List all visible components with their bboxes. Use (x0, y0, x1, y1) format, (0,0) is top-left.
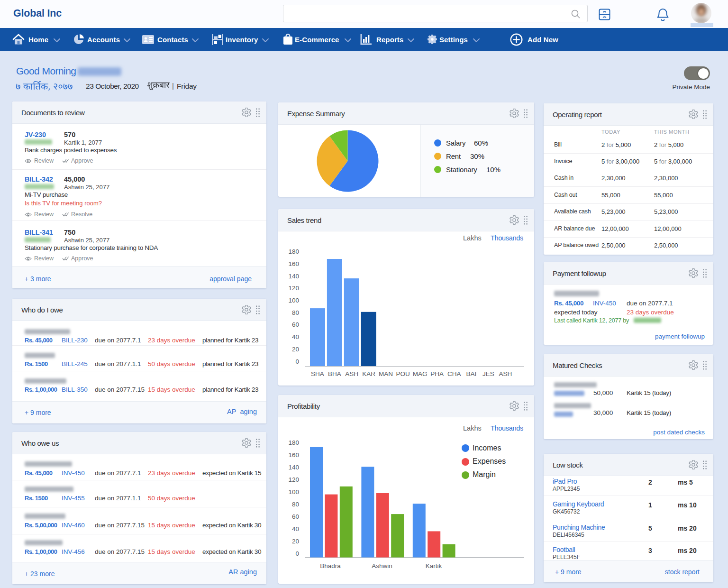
svg-text:160: 160 (288, 451, 299, 459)
svg-text:20: 20 (292, 538, 299, 545)
svg-text:60: 60 (292, 513, 299, 520)
svg-text:ASH: ASH (345, 370, 358, 377)
svg-text:PHA: PHA (430, 370, 444, 377)
svg-text:40: 40 (292, 333, 299, 340)
svg-text:180: 180 (288, 248, 299, 255)
svg-text:100: 100 (288, 297, 299, 304)
svg-text:100: 100 (288, 488, 299, 496)
svg-text:0: 0 (295, 358, 299, 365)
svg-text:0: 0 (295, 550, 299, 557)
svg-text:BHA: BHA (328, 370, 341, 377)
svg-text:80: 80 (292, 501, 299, 508)
svg-text:140: 140 (288, 464, 299, 471)
svg-text:120: 120 (288, 285, 299, 292)
svg-text:Kartik: Kartik (426, 562, 442, 570)
svg-text:CHA: CHA (447, 370, 461, 377)
svg-text:MAN: MAN (379, 370, 393, 377)
svg-text:JES: JES (482, 370, 494, 377)
svg-text:40: 40 (292, 525, 299, 533)
svg-text:60: 60 (292, 321, 299, 328)
svg-text:ASH: ASH (499, 370, 512, 377)
svg-text:Ashwin: Ashwin (372, 562, 392, 570)
svg-text:180: 180 (288, 439, 299, 446)
svg-text:80: 80 (292, 309, 299, 316)
svg-text:120: 120 (288, 476, 299, 483)
svg-text:160: 160 (288, 260, 299, 267)
svg-text:SHA: SHA (311, 370, 324, 377)
svg-text:140: 140 (288, 273, 299, 280)
svg-text:POU: POU (396, 370, 410, 377)
svg-text:Bhadra: Bhadra (320, 562, 341, 570)
svg-text:BAI: BAI (466, 370, 476, 377)
svg-text:MAG: MAG (413, 370, 428, 377)
svg-text:20: 20 (292, 346, 299, 353)
svg-text:KAR: KAR (362, 370, 375, 377)
